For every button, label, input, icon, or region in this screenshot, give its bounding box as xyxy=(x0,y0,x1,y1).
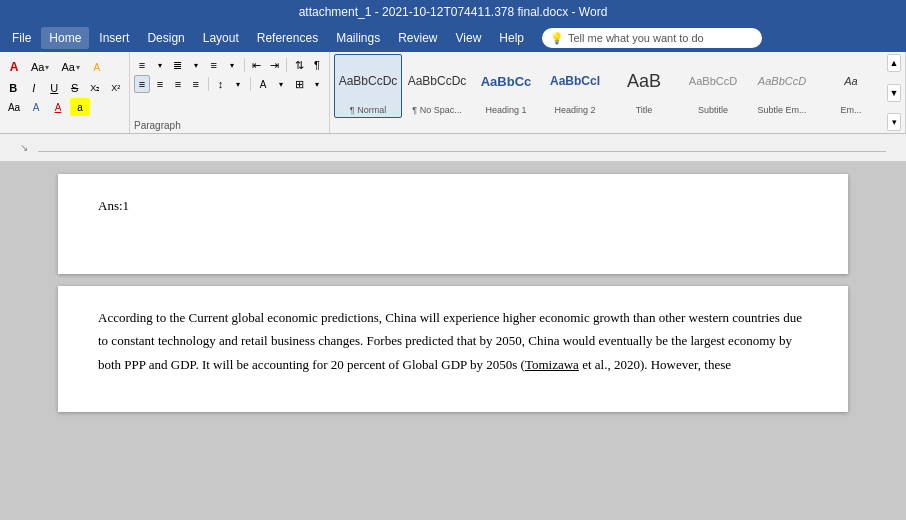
ruler: ↘ xyxy=(0,134,906,162)
tell-me-text: Tell me what you want to do xyxy=(568,32,704,44)
underlined-word: Tomizawa xyxy=(525,357,579,372)
font-group: A Aa▾ Aa▾ A B I U S X₂ X² Aa A A a xyxy=(0,52,130,133)
clear-format-btn[interactable]: Aa xyxy=(4,98,24,116)
ribbon: A Aa▾ Aa▾ A B I U S X₂ X² Aa A A a xyxy=(0,52,906,134)
style-normal[interactable]: AaBbCcDc ¶ Normal xyxy=(334,54,402,118)
menu-references[interactable]: References xyxy=(249,27,326,49)
document-area: Ans:1 According to the Current global ec… xyxy=(0,162,906,520)
bullet-dd-btn[interactable]: ▾ xyxy=(152,56,168,74)
style-heading1[interactable]: AaBbCc Heading 1 xyxy=(472,54,540,118)
menu-bar: File Home Insert Design Layout Reference… xyxy=(0,24,906,52)
style-heading1-label: Heading 1 xyxy=(485,105,526,115)
styles-group: AaBbCcDc ¶ Normal AaBbCcDc ¶ No Spac... … xyxy=(330,52,906,133)
align-center-btn[interactable]: ≡ xyxy=(152,75,168,93)
increase-indent-btn[interactable]: ⇥ xyxy=(266,56,282,74)
style-title[interactable]: AaB Title xyxy=(610,54,678,118)
style-normal-label: ¶ Normal xyxy=(350,105,386,115)
style-title-label: Title xyxy=(636,105,653,115)
style-heading1-preview: AaBbCc xyxy=(481,57,532,105)
title-text: attachment_1 - 2021-10-12T074411.378 fin… xyxy=(299,5,608,19)
bullet-list-btn[interactable]: ≡ xyxy=(134,56,150,74)
styles-scroll: ▲ ▼ ▾ xyxy=(887,54,901,131)
font-group-label xyxy=(4,129,125,131)
styles-more-btn[interactable]: ▾ xyxy=(887,113,901,131)
sort-btn[interactable]: ⇅ xyxy=(291,56,307,74)
borders-btn[interactable]: ⊞ xyxy=(291,75,307,93)
ruler-tick xyxy=(38,151,886,152)
multilevel-dd-btn[interactable]: ▾ xyxy=(224,56,240,74)
numbered-list-btn[interactable]: ≣ xyxy=(170,56,186,74)
style-subtitle-preview: AaBbCcD xyxy=(689,57,737,105)
style-subtle-em[interactable]: AaBbCcD Subtle Em... xyxy=(748,54,816,118)
justify-btn[interactable]: ≡ xyxy=(188,75,204,93)
style-subtitle[interactable]: AaBbCcD Subtitle xyxy=(679,54,747,118)
char-shading-btn[interactable]: a xyxy=(70,98,90,116)
subscript-btn[interactable]: X₂ xyxy=(86,79,105,97)
ruler-expand-icon: ↘ xyxy=(20,142,28,153)
paragraph-group-label: Paragraph xyxy=(134,118,325,131)
menu-home[interactable]: Home xyxy=(41,27,89,49)
style-title-preview: AaB xyxy=(627,57,661,105)
style-subtle-em-preview: AaBbCcD xyxy=(758,57,806,105)
strikethrough-btn[interactable]: S xyxy=(66,79,85,97)
style-no-spacing[interactable]: AaBbCcDc ¶ No Spac... xyxy=(403,54,471,118)
styles-scroll-up-btn[interactable]: ▲ xyxy=(887,54,901,72)
shading-dd-btn[interactable]: ▾ xyxy=(273,75,289,93)
style-subtitle-label: Subtitle xyxy=(698,105,728,115)
style-normal-preview: AaBbCcDc xyxy=(339,57,398,105)
title-bar: attachment_1 - 2021-10-12T074411.378 fin… xyxy=(0,0,906,24)
style-em[interactable]: Aa Em... xyxy=(817,54,885,118)
superscript-btn[interactable]: X² xyxy=(107,79,126,97)
decrease-indent-btn[interactable]: ⇤ xyxy=(248,56,264,74)
menu-layout[interactable]: Layout xyxy=(195,27,247,49)
shading-btn[interactable]: A xyxy=(255,75,271,93)
styles-scroll-down-btn[interactable]: ▼ xyxy=(887,84,901,102)
style-no-spacing-preview: AaBbCcDc xyxy=(408,57,467,105)
style-heading2[interactable]: AaBbCcI Heading 2 xyxy=(541,54,609,118)
underline-btn[interactable]: U xyxy=(45,79,64,97)
menu-review[interactable]: Review xyxy=(390,27,445,49)
page2-text: According to the Current global economic… xyxy=(98,306,808,376)
style-heading2-preview: AaBbCcI xyxy=(550,57,600,105)
doc-page-2: According to the Current global economic… xyxy=(58,286,848,412)
text-effect-btn[interactable]: A xyxy=(26,98,46,116)
lightbulb-icon: 💡 xyxy=(550,32,564,45)
menu-help[interactable]: Help xyxy=(491,27,532,49)
menu-file[interactable]: File xyxy=(4,27,39,49)
highlight-btn[interactable]: A xyxy=(87,58,107,76)
font-size-large[interactable]: Aa▾ xyxy=(26,56,54,78)
paragraph-group: ≡ ▾ ≣ ▾ ≡ ▾ ⇤ ⇥ ⇅ ¶ ≡ ≡ ≡ ≡ ↕ ▾ xyxy=(130,52,330,133)
align-left-btn[interactable]: ≡ xyxy=(134,75,150,93)
doc-page-1: Ans:1 xyxy=(58,174,848,274)
bold-btn[interactable]: B xyxy=(4,79,23,97)
para-mark-btn[interactable]: ¶ xyxy=(309,56,325,74)
style-em-preview: Aa xyxy=(844,57,857,105)
align-right-btn[interactable]: ≡ xyxy=(170,75,186,93)
styles-cards: AaBbCcDc ¶ Normal AaBbCcDc ¶ No Spac... … xyxy=(334,54,885,131)
menu-view[interactable]: View xyxy=(448,27,490,49)
multilevel-list-btn[interactable]: ≡ xyxy=(206,56,222,74)
numbered-dd-btn[interactable]: ▾ xyxy=(188,56,204,74)
menu-design[interactable]: Design xyxy=(139,27,192,49)
font-color-btn2[interactable]: A xyxy=(48,98,68,116)
ruler-content: ↘ xyxy=(20,142,886,153)
style-subtle-em-label: Subtle Em... xyxy=(757,105,806,115)
line-spacing-btn[interactable]: ↕ xyxy=(213,75,229,93)
italic-btn[interactable]: I xyxy=(25,79,44,97)
style-no-spacing-label: ¶ No Spac... xyxy=(412,105,461,115)
line-spacing-dd-btn[interactable]: ▾ xyxy=(230,75,246,93)
font-color-btn[interactable]: A xyxy=(4,58,24,76)
borders-dd-btn[interactable]: ▾ xyxy=(309,75,325,93)
menu-mailings[interactable]: Mailings xyxy=(328,27,388,49)
style-em-label: Em... xyxy=(840,105,861,115)
tell-me-bar[interactable]: 💡 Tell me what you want to do xyxy=(542,28,762,48)
menu-insert[interactable]: Insert xyxy=(91,27,137,49)
font-size-small[interactable]: Aa▾ xyxy=(56,56,84,78)
style-heading2-label: Heading 2 xyxy=(554,105,595,115)
page1-text: Ans:1 xyxy=(98,194,808,217)
